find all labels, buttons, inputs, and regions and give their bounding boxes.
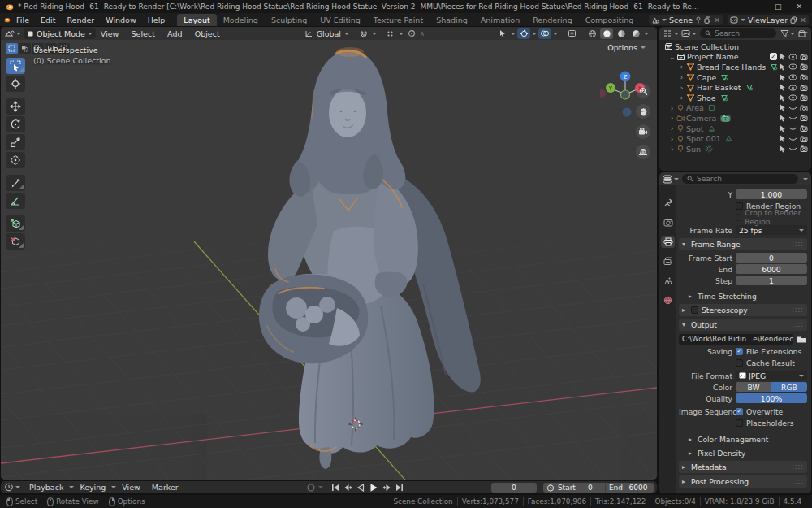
render-visibility-icon[interactable] [800, 74, 808, 80]
outliner-item-camera[interactable]: › Camera [659, 113, 811, 124]
prev-keyframe-icon[interactable] [343, 484, 352, 492]
render-visibility-icon[interactable] [800, 94, 808, 101]
gizmos-toggle-icon[interactable] [517, 28, 530, 39]
expand-icon[interactable]: › [679, 84, 685, 92]
hide-eye-closed-icon[interactable] [788, 145, 797, 152]
add-cube-tool[interactable] [6, 215, 25, 232]
snap-magnet-icon[interactable] [357, 28, 370, 39]
overlays-toggle-icon[interactable] [538, 28, 551, 39]
hide-eye-closed-icon[interactable] [788, 125, 797, 132]
crop-render-region-checkbox[interactable] [736, 214, 741, 221]
rotate-tool[interactable] [6, 116, 25, 132]
menu-select[interactable]: Select [127, 29, 160, 38]
frame-range-panel-header[interactable]: ▾Frame Range:::: [679, 238, 807, 250]
tab-tool[interactable] [661, 197, 675, 209]
tab-sculpting[interactable]: Sculpting [265, 14, 313, 26]
gizmo-z-neg[interactable] [621, 106, 633, 118]
outliner-item-bread-face-hands[interactable]: › Bread Face Hands [659, 62, 811, 72]
menu-marker[interactable]: Marker [146, 483, 184, 492]
post-processing-panel-header[interactable]: ▸Post Processing:::: [679, 475, 807, 488]
measure-tool[interactable] [6, 193, 25, 209]
frame-start-field[interactable]: 0 [736, 253, 807, 263]
outliner-item-project-name[interactable]: ⌄ Project Name ✓ [659, 52, 811, 63]
menu-view[interactable]: View [96, 29, 124, 38]
menu-view[interactable]: View [116, 483, 146, 492]
tab-view-layer[interactable] [661, 255, 675, 267]
menu-file[interactable]: File [11, 15, 35, 24]
menu-edit[interactable]: Edit [35, 15, 61, 24]
stereoscopy-panel-header[interactable]: ▸ Stereoscopy:::: [679, 304, 807, 316]
remove-view-layer-icon[interactable]: ✕ [800, 15, 806, 24]
metadata-panel-header[interactable]: ▸Metadata:::: [679, 461, 807, 473]
cursor-tool[interactable] [6, 76, 25, 92]
blender-menu-icon[interactable] [3, 15, 11, 24]
tab-uv-editing[interactable]: UV Editing [313, 14, 367, 26]
new-scene-icon[interactable] [704, 16, 711, 24]
new-collection-icon[interactable] [798, 29, 808, 38]
properties-search-input[interactable]: Search [682, 174, 798, 184]
collection-checkbox[interactable]: ✓ [770, 53, 777, 60]
shading-solid-icon[interactable] [600, 28, 613, 39]
camera-view-icon[interactable] [636, 124, 650, 139]
zoom-icon[interactable] [636, 84, 650, 98]
viewport-3d[interactable]: Object Mode View Select Add Object Globa… [1, 27, 657, 480]
cache-result-checkbox[interactable] [736, 359, 743, 367]
hide-eye-icon[interactable] [788, 94, 797, 101]
move-tool[interactable] [6, 98, 25, 115]
new-view-layer-icon[interactable] [790, 16, 797, 24]
properties-editor-icon[interactable] [663, 175, 672, 184]
output-panel-header[interactable]: ▾Output:::: [679, 319, 807, 331]
collapse-icon[interactable]: ⌄ [669, 53, 675, 61]
editor-type-icon[interactable] [4, 29, 15, 38]
menu-playback[interactable]: Playback [24, 483, 69, 492]
hide-eye-closed-icon[interactable] [788, 105, 797, 111]
tab-render[interactable] [661, 216, 675, 228]
jump-to-end-icon[interactable] [395, 484, 404, 492]
snapping-options-icon[interactable] [384, 28, 397, 39]
end-frame-field[interactable]: 6000 [626, 484, 650, 492]
expand-icon[interactable]: › [669, 145, 675, 153]
selectable-icon[interactable] [780, 84, 786, 91]
expand-icon[interactable]: › [669, 104, 675, 112]
filter-icon[interactable] [780, 29, 789, 37]
shading-rendered-icon[interactable] [629, 28, 642, 39]
outliner-item-scene-collection[interactable]: Scene Collection [659, 41, 811, 52]
render-visibility-icon[interactable] [800, 145, 808, 152]
hide-eye-icon[interactable] [788, 85, 797, 91]
hide-eye-icon[interactable] [788, 63, 797, 70]
selectable-icon[interactable] [780, 53, 786, 60]
time-stretching-subpanel[interactable]: ▸Time Stretching [679, 290, 807, 302]
extrude-cut-tool[interactable] [6, 233, 25, 250]
selectable-icon[interactable] [780, 145, 786, 153]
selectable-icon[interactable] [780, 104, 786, 111]
maximize-button[interactable]: □ [775, 2, 782, 11]
current-frame-field[interactable]: 0 [491, 483, 537, 493]
transform-tool[interactable] [6, 152, 25, 168]
tab-shading[interactable]: Shading [430, 14, 474, 26]
tab-modeling[interactable]: Modeling [217, 14, 265, 26]
selectability-visibility-icon[interactable] [496, 28, 509, 39]
expand-icon[interactable]: › [679, 93, 685, 102]
pixel-density-subpanel[interactable]: ▸Pixel Density [679, 447, 807, 458]
render-visibility-icon[interactable] [800, 136, 808, 142]
proportional-editing-icon[interactable] [405, 28, 418, 39]
jump-to-start-icon[interactable] [331, 484, 339, 492]
outliner-item-hair-basket[interactable]: › Hair Basket [659, 82, 811, 93]
tab-scene[interactable] [661, 275, 675, 287]
outliner-item-spot[interactable]: › Spot [659, 124, 811, 134]
display-mode-icon[interactable] [681, 29, 690, 37]
minimize-button[interactable]: – [756, 2, 760, 11]
auto-keying-icon[interactable] [306, 483, 316, 493]
selectable-icon[interactable] [780, 115, 786, 122]
play-reverse-icon[interactable] [356, 484, 365, 492]
options-dropdown[interactable]: Options [607, 43, 646, 52]
placeholders-checkbox[interactable] [736, 419, 743, 427]
expand-icon[interactable]: › [679, 73, 685, 81]
mode-dropdown[interactable]: Object Mode [24, 28, 96, 39]
tab-animation[interactable]: Animation [474, 14, 526, 26]
menu-help[interactable]: Help [142, 15, 171, 24]
pan-hand-icon[interactable] [636, 104, 650, 119]
folder-icon[interactable] [797, 335, 807, 344]
tab-world[interactable] [661, 294, 675, 306]
selectable-icon[interactable] [780, 63, 786, 71]
